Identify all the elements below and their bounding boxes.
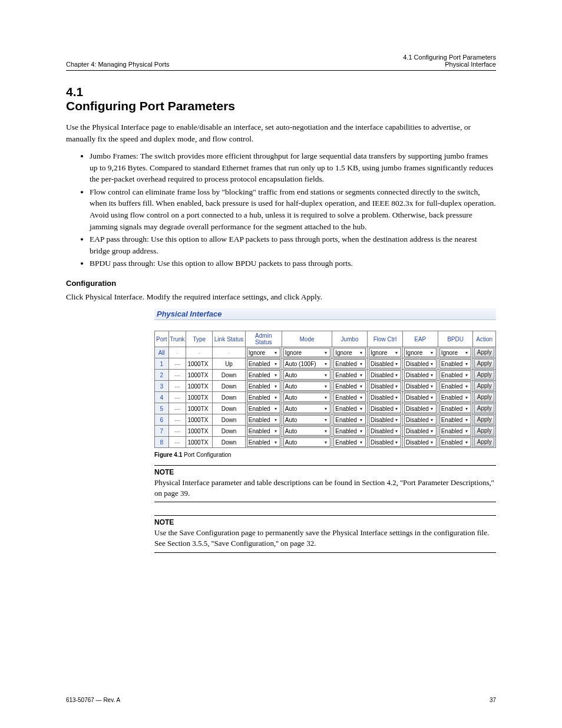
eap-select[interactable]: Disabled▾ <box>404 370 437 380</box>
chevron-down-icon: ▾ <box>323 384 329 389</box>
jumbo-select[interactable]: Enabled▾ <box>333 393 366 402</box>
cell-port: 5 <box>155 403 169 414</box>
bpdu-select[interactable]: Enabled▾ <box>439 370 472 380</box>
bpdu-select[interactable]: Enabled▾ <box>439 393 472 402</box>
apply-button[interactable]: Apply <box>474 393 494 402</box>
table-row: 7---1000TXDownEnabled▾Auto▾Enabled▾Disab… <box>155 426 496 437</box>
section-number: 4.1 <box>66 85 496 99</box>
eap-select[interactable]: Disabled▾ <box>404 437 437 447</box>
bpdu-select[interactable]: Enabled▾ <box>439 381 472 391</box>
mode-select[interactable]: Auto▾ <box>283 426 330 436</box>
flow-ctrl-select[interactable]: Disabled▾ <box>369 381 401 391</box>
bpdu-select[interactable]: Enabled▾ <box>439 415 472 424</box>
figure-caption-bold: Figure 4.1 <box>154 452 182 458</box>
flow-ctrl-select[interactable]: Ignore▾ <box>369 348 401 357</box>
chevron-down-icon: ▾ <box>358 417 364 423</box>
col-trunk: Trunk <box>168 331 186 347</box>
admin-status-select[interactable]: Enabled▾ <box>247 381 280 391</box>
mode-select[interactable]: Auto▾ <box>283 370 330 380</box>
chevron-down-icon: ▾ <box>358 361 364 367</box>
bpdu-select[interactable]: Enabled▾ <box>439 359 472 368</box>
flow-ctrl-select[interactable]: Disabled▾ <box>369 404 401 413</box>
chevron-down-icon: ▾ <box>394 406 399 411</box>
jumbo-select[interactable]: Ignore▾ <box>333 348 366 357</box>
bpdu-select[interactable]: Ignore▾ <box>439 348 472 357</box>
apply-button[interactable]: Apply <box>474 370 494 380</box>
admin-status-select[interactable]: Enabled▾ <box>247 404 280 413</box>
admin-status-select[interactable]: Enabled▾ <box>247 359 280 368</box>
cell-port: All <box>155 347 169 358</box>
col-bpdu: BPDU <box>438 331 473 347</box>
mode-select[interactable]: Ignore▾ <box>283 348 330 357</box>
jumbo-select[interactable]: Enabled▾ <box>333 359 366 368</box>
chevron-down-icon: ▾ <box>429 417 435 423</box>
mode-select[interactable]: Auto▾ <box>283 404 330 413</box>
apply-button[interactable]: Apply <box>474 359 494 368</box>
figure-block: Physical Interface Port Trunk Type Link … <box>154 308 496 448</box>
apply-button[interactable]: Apply <box>474 437 494 447</box>
flow-ctrl-select[interactable]: Disabled▾ <box>369 393 401 402</box>
apply-button[interactable]: Apply <box>474 426 494 436</box>
eap-select[interactable]: Disabled▾ <box>404 359 437 368</box>
chevron-down-icon: ▾ <box>429 440 435 445</box>
chevron-down-icon: ▾ <box>358 395 364 400</box>
flow-ctrl-select[interactable]: Disabled▾ <box>369 370 401 380</box>
table-row: 8---1000TXDownEnabled▾Auto▾Enabled▾Disab… <box>155 437 496 448</box>
eap-select[interactable]: Disabled▾ <box>404 393 437 402</box>
jumbo-select[interactable]: Enabled▾ <box>333 415 366 424</box>
apply-button[interactable]: Apply <box>474 348 494 357</box>
cell-port: 7 <box>155 426 169 437</box>
chevron-down-icon: ▾ <box>394 350 399 355</box>
eap-select[interactable]: Disabled▾ <box>404 404 437 413</box>
mode-select[interactable]: Auto▾ <box>283 381 330 391</box>
cell-link: Up <box>213 358 246 370</box>
eap-select[interactable]: Ignore▾ <box>404 348 437 357</box>
cell-type: 1000TX <box>186 414 213 426</box>
admin-status-select[interactable]: Enabled▾ <box>247 415 280 424</box>
eap-select[interactable]: Disabled▾ <box>404 426 437 436</box>
apply-button[interactable]: Apply <box>474 404 494 413</box>
admin-status-select[interactable]: Enabled▾ <box>247 426 280 436</box>
cell-type: 1000TX <box>186 358 213 370</box>
chevron-down-icon: ▾ <box>323 429 329 434</box>
section-intro: Use the Physical Interface page to enabl… <box>66 121 496 144</box>
bpdu-select[interactable]: Enabled▾ <box>439 404 472 413</box>
flow-ctrl-select[interactable]: Disabled▾ <box>369 426 401 436</box>
chevron-down-icon: ▾ <box>273 373 279 378</box>
mode-select[interactable]: Auto (100F)▾ <box>283 359 330 368</box>
jumbo-select[interactable]: Enabled▾ <box>333 404 366 413</box>
flow-ctrl-select[interactable]: Disabled▾ <box>369 359 401 368</box>
chevron-down-icon: ▾ <box>273 429 279 434</box>
table-header-row: Port Trunk Type Link Status Admin Status… <box>155 331 496 347</box>
cell-trunk: --- <box>168 392 186 403</box>
mode-select[interactable]: Auto▾ <box>283 393 330 402</box>
apply-button[interactable]: Apply <box>474 381 494 391</box>
cell-port: 8 <box>155 437 169 448</box>
cell-link: Down <box>213 381 246 392</box>
admin-status-select[interactable]: Ignore▾ <box>247 348 280 357</box>
mode-select[interactable]: Auto▾ <box>283 415 330 424</box>
chevron-down-icon: ▾ <box>323 395 329 400</box>
bpdu-select[interactable]: Enabled▾ <box>439 426 472 436</box>
chevron-down-icon: ▾ <box>394 440 399 445</box>
cell-link: Down <box>213 403 246 414</box>
admin-status-select[interactable]: Enabled▾ <box>247 393 280 402</box>
bpdu-select[interactable]: Enabled▾ <box>439 437 472 447</box>
chevron-down-icon: ▾ <box>273 395 279 400</box>
admin-status-select[interactable]: Enabled▾ <box>247 370 280 380</box>
flow-ctrl-select[interactable]: Disabled▾ <box>369 415 401 424</box>
configuration-steps: Click Physical Interface. Modify the req… <box>66 291 496 303</box>
jumbo-select[interactable]: Enabled▾ <box>333 370 366 380</box>
mode-select[interactable]: Auto▾ <box>283 437 330 447</box>
chevron-down-icon: ▾ <box>464 417 470 423</box>
admin-status-select[interactable]: Enabled▾ <box>247 437 280 447</box>
jumbo-select[interactable]: Enabled▾ <box>333 381 366 391</box>
table-row: All---Ignore▾Ignore▾Ignore▾Ignore▾Ignore… <box>155 347 496 358</box>
jumbo-select[interactable]: Enabled▾ <box>333 426 366 436</box>
note-label: NOTE <box>154 466 496 477</box>
eap-select[interactable]: Disabled▾ <box>404 381 437 391</box>
eap-select[interactable]: Disabled▾ <box>404 415 437 424</box>
flow-ctrl-select[interactable]: Disabled▾ <box>369 437 401 447</box>
apply-button[interactable]: Apply <box>474 415 494 424</box>
jumbo-select[interactable]: Enabled▾ <box>333 437 366 447</box>
